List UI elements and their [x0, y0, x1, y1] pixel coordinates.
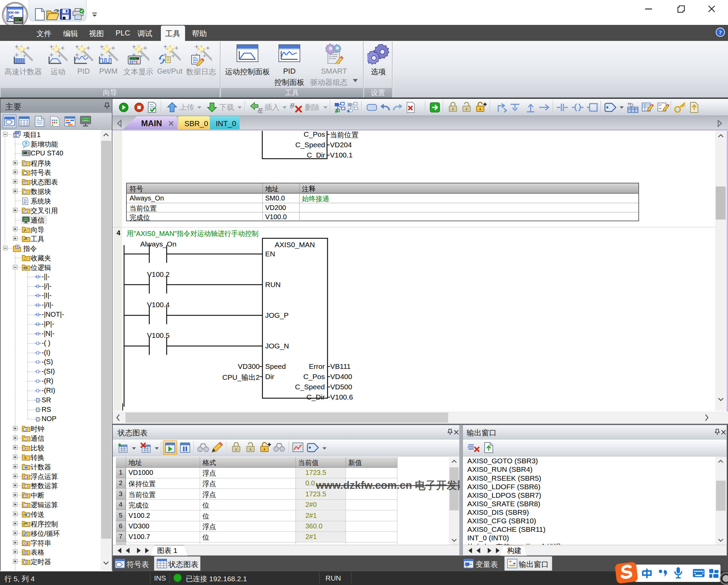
svg-text:?: ? — [719, 29, 722, 36]
svg-text:?: ? — [25, 141, 27, 146]
svg-text:AB: AB — [24, 542, 28, 545]
svg-text:IOII: IOII — [24, 504, 28, 507]
svg-text:R: R — [26, 476, 28, 479]
svg-text:I: I — [26, 485, 27, 488]
